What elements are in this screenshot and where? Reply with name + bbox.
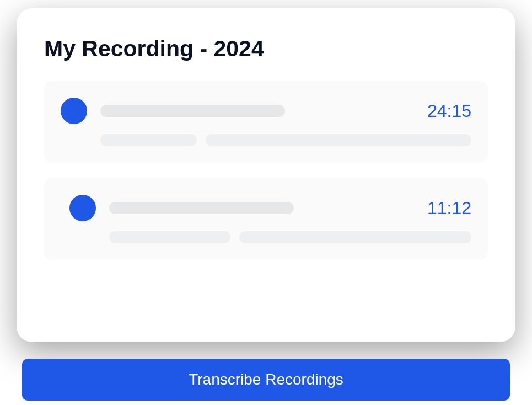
recording-row-bottom bbox=[100, 134, 471, 146]
recording-row-top: 11:12 bbox=[61, 195, 471, 221]
transcribe-button[interactable]: Transcribe Recordings bbox=[22, 359, 510, 401]
avatar bbox=[69, 195, 96, 221]
recording-item[interactable]: 11:12 bbox=[44, 178, 488, 260]
page-title: My Recording - 2024 bbox=[44, 36, 488, 62]
recording-row-top: 24:15 bbox=[61, 98, 471, 124]
recording-row-bottom bbox=[109, 231, 471, 243]
recording-timestamp: 24:15 bbox=[427, 101, 471, 121]
skeleton-placeholder bbox=[109, 231, 230, 243]
avatar bbox=[61, 98, 87, 124]
recordings-card: My Recording - 2024 24:15 11:12 bbox=[17, 8, 515, 342]
skeleton-placeholder bbox=[109, 202, 294, 214]
skeleton-placeholder bbox=[239, 231, 471, 243]
skeleton-placeholder bbox=[206, 134, 471, 146]
recording-item[interactable]: 24:15 bbox=[44, 81, 488, 163]
recording-timestamp: 11:12 bbox=[427, 198, 471, 219]
skeleton-placeholder bbox=[100, 105, 285, 117]
skeleton-placeholder bbox=[100, 134, 197, 146]
